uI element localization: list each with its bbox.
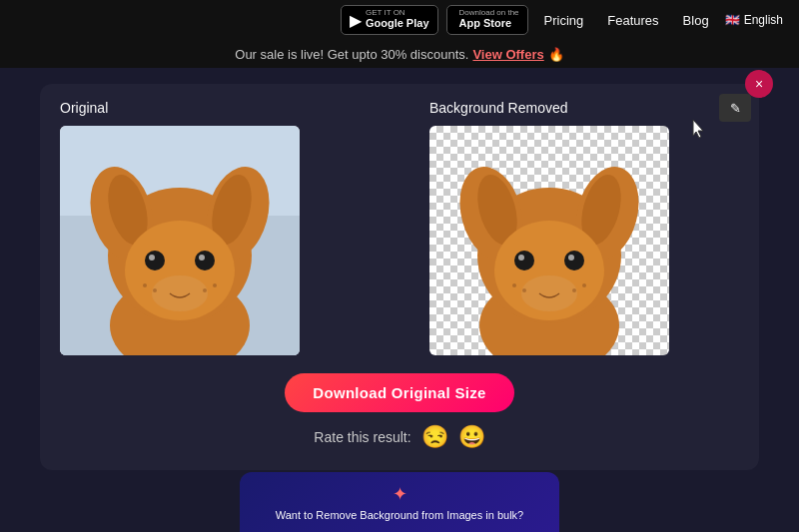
close-button[interactable]: ×: [745, 70, 773, 98]
svg-point-14: [152, 275, 208, 311]
main-content: × ✎ Original: [0, 68, 799, 532]
svg-point-16: [143, 283, 147, 287]
view-offers-link[interactable]: View Offers: [472, 47, 543, 62]
svg-point-12: [199, 255, 205, 261]
pricing-link[interactable]: Pricing: [536, 13, 592, 28]
google-play-button[interactable]: ▶ GET IT ON Google Play: [341, 5, 438, 34]
original-label: Original: [60, 100, 370, 116]
bottom-controls: Download Original Size Rate this result:…: [60, 373, 739, 450]
svg-point-33: [512, 283, 516, 287]
dog-original-svg: [60, 126, 300, 355]
app-store-button[interactable]: Download on the App Store: [446, 5, 528, 34]
cta-banner[interactable]: ✦ Want to Remove Background from Images …: [240, 472, 559, 532]
rate-text: Rate this result:: [314, 429, 410, 445]
original-image: [60, 126, 300, 355]
edit-icon: ✎: [730, 101, 741, 116]
fire-emoji: 🔥: [548, 47, 564, 62]
removed-image: [429, 126, 669, 355]
images-row: Original: [60, 100, 739, 355]
sale-banner: Our sale is live! Get upto 30% discounts…: [0, 40, 799, 68]
svg-point-15: [153, 288, 157, 292]
flag-icon: 🇬🇧: [725, 13, 740, 27]
svg-point-29: [568, 255, 574, 261]
svg-point-18: [213, 283, 217, 287]
sad-rating-button[interactable]: 😒: [421, 424, 448, 450]
svg-point-11: [149, 255, 155, 261]
svg-point-10: [195, 251, 215, 270]
svg-point-27: [564, 251, 584, 270]
language-selector[interactable]: 🇬🇧 English: [725, 13, 783, 27]
original-section: Original: [60, 100, 370, 355]
cta-text: Want to Remove Background from Images in…: [276, 509, 523, 521]
cta-icon: ✦: [393, 483, 407, 505]
features-link[interactable]: Features: [599, 13, 666, 28]
navbar: ▶ GET IT ON Google Play Download on the …: [0, 0, 799, 40]
removed-label: Background Removed: [429, 100, 739, 116]
google-play-icon: ▶: [350, 11, 362, 30]
svg-point-28: [518, 255, 524, 261]
svg-point-26: [514, 251, 534, 270]
happy-rating-button[interactable]: 😀: [458, 424, 485, 450]
language-label: English: [744, 13, 783, 27]
download-button[interactable]: Download Original Size: [285, 373, 513, 412]
svg-point-31: [521, 275, 577, 311]
removed-section: Background Removed: [429, 100, 739, 355]
svg-point-9: [145, 251, 165, 270]
blog-link[interactable]: Blog: [675, 13, 717, 28]
svg-point-32: [522, 288, 526, 292]
rate-row: Rate this result: 😒 😀: [314, 424, 484, 450]
sale-text: Our sale is live! Get upto 30% discounts…: [235, 47, 468, 62]
app-store-text: Download on the App Store: [459, 9, 519, 30]
svg-point-34: [572, 288, 576, 292]
edit-button[interactable]: ✎: [719, 94, 751, 122]
svg-point-35: [582, 283, 586, 287]
google-play-text: GET IT ON Google Play: [366, 9, 429, 30]
svg-point-17: [203, 288, 207, 292]
result-container: × ✎ Original: [40, 84, 759, 470]
dog-removed-svg: [429, 126, 669, 355]
